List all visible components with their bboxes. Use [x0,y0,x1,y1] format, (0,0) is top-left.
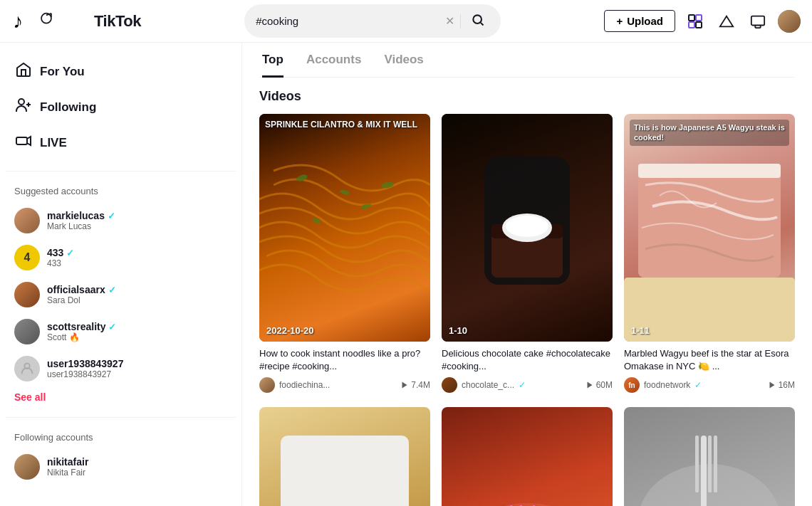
tiktok-wordmark [40,12,90,31]
video-card-wagyu[interactable]: This is how Japanese A5 Wagyu steak is c… [624,114,795,396]
search-area: ✕ [244,4,501,38]
video-card-cake[interactable]: 1-10 Delicious chocolate cake #chocolate… [442,114,613,396]
channel-avatar-cake [442,377,457,393]
channel-views-wagyu: 16M [768,380,795,390]
following-accounts-title: Following accounts [6,428,236,448]
account-433[interactable]: 4 433 ✓ 433 [6,239,236,276]
channel-name-noodles: foodiechina... [279,380,330,390]
video-thumb-beef: Beef hot sandwich [259,407,430,506]
svg-rect-36 [281,436,409,506]
svg-rect-49 [708,436,712,492]
account-officialsaarx[interactable]: officialsaarx ✓ Sara Dol [6,276,236,313]
channel-avatar-noodles [259,377,275,393]
plus-icon: + [616,15,623,27]
video-thumb-wagyu: This is how Japanese A5 Wagyu steak is c… [624,114,795,342]
channel-views-noodles: 7.4M [400,380,430,390]
search-box: ✕ [244,4,501,38]
verified-icon: ✓ [108,322,116,332]
main-content: Top Accounts Videos Videos [242,43,812,506]
svg-line-5 [481,23,484,26]
nikitafair-avatar [14,454,40,480]
svg-marker-31 [587,382,592,389]
nav-for-you[interactable]: For You [6,54,236,90]
wagyu-verified-icon: ✓ [694,380,702,390]
video-date-noodles: 2022-10-20 [266,325,314,336]
svg-rect-18 [16,137,27,144]
search-tabs: Top Accounts Videos [259,43,795,78]
sidebar-divider-2 [6,417,236,418]
svg-rect-8 [689,22,694,28]
upload-button[interactable]: + Upload [604,10,675,32]
svg-marker-25 [402,382,407,389]
user1938843927-handle: user1938843927 [47,369,123,379]
tab-top[interactable]: Top [262,43,283,78]
svg-rect-50 [714,436,717,492]
video-date-cake: 1-10 [449,325,467,336]
account-nikitafair[interactable]: nikitafair Nikita Fair [6,448,236,485]
suggested-accounts-title: Suggested accounts [6,181,236,202]
video-channel-noodles: foodiechina... 7.4M [259,377,430,393]
video-overlay-text-noodles: SPRINKLE CILANTRO & MIX IT WELL [265,120,425,131]
video-card-fork[interactable]: Cooking with fork technique [624,407,795,506]
channel-name-wagyu: foodnetwork [644,380,690,390]
video-title-cake: Delicious chocolate cake #chocolatecake … [442,347,613,373]
nav-live[interactable]: LIVE [6,125,236,161]
nav-following[interactable]: Following [6,90,236,125]
channel-avatar-wagyu: fn [624,377,640,393]
svg-rect-11 [751,16,764,25]
video-overlay-text-wagyu: This is how Japanese A5 Wagyu steak is c… [630,120,789,146]
main-layout: For You Following [0,43,812,506]
video-thumb-fork [624,407,795,506]
tab-videos[interactable]: Videos [384,43,423,78]
svg-rect-48 [695,436,699,492]
scottsreality-avatar [14,319,40,344]
video-card-chicken[interactable]: Chicken Paprikash Chicken Paprikash [442,407,613,506]
video-channel-wagyu: fn foodnetwork ✓ 16M [624,377,795,393]
video-channel-cake: chocolate_c... ✓ 60M [442,377,613,393]
upload-label: Upload [627,15,663,27]
logo-text: TikTok [94,12,141,31]
header: ♪ TikTok ✕ + Upload [0,0,812,43]
header-actions: + Upload [604,10,801,33]
video-meta-noodles: How to cook instant noodles like a pro? … [259,342,430,396]
svg-rect-6 [689,15,694,21]
video-title-wagyu: Marbled Wagyu beef is the star at Esora … [624,347,795,373]
officialsaarx-avatar [14,282,40,307]
scottsreality-handle: Scott 🔥 [47,332,116,342]
main-nav: For You Following [6,54,236,161]
433-avatar: 4 [14,245,40,270]
triangle-icon[interactable] [715,10,738,33]
markielucas-name: markielucas ✓ [47,210,115,221]
search-clear-icon[interactable]: ✕ [445,14,454,28]
video-card-noodles[interactable]: SPRINKLE CILANTRO & MIX IT WELL 2022-10-… [259,114,430,396]
search-input[interactable] [256,15,439,27]
433-handle: 433 [47,258,74,268]
svg-point-30 [506,216,548,237]
svg-rect-9 [696,22,702,28]
account-user1938843927[interactable]: user1938843927 user1938843927 [6,350,236,387]
svg-marker-35 [769,382,774,389]
sidebar-divider-1 [6,171,236,172]
verified-icon: ✓ [108,211,115,221]
nav-following-label: Following [40,100,96,115]
see-all-button[interactable]: See all [6,387,54,407]
live-icon [14,132,33,154]
svg-rect-34 [638,164,781,178]
account-scottsreality[interactable]: scottsreality ✓ Scott 🔥 [6,313,236,350]
following-icon [14,97,33,118]
tab-accounts[interactable]: Accounts [306,43,361,78]
house-icon[interactable] [684,10,707,33]
logo[interactable]: ♪ TikTok [11,9,141,33]
search-icon [471,13,485,27]
verified-icon: ✓ [66,248,74,258]
nikitafair-name: nikitafair [47,456,88,468]
video-grid: SPRINKLE CILANTRO & MIX IT WELL 2022-10-… [259,114,795,506]
video-card-beef[interactable]: Beef hot sandwich Beef hot sandwich reci… [259,407,430,506]
search-button[interactable] [467,9,489,33]
user-avatar[interactable] [778,10,801,33]
svg-text:♪: ♪ [13,10,23,32]
account-markielucas[interactable]: markielucas ✓ Mark Lucas [6,202,236,239]
officialsaarx-handle: Sara Dol [47,295,116,305]
svg-point-21 [339,189,350,195]
messages-icon[interactable] [746,10,769,33]
